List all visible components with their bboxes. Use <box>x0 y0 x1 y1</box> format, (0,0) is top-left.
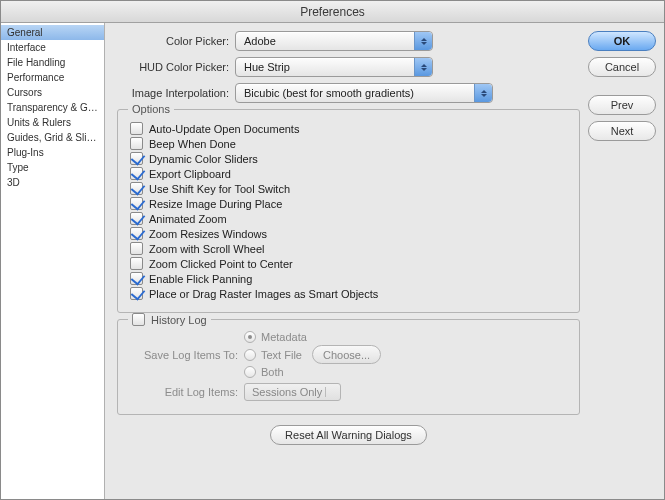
option-row: Animated Zoom <box>130 212 567 225</box>
option-label: Export Clipboard <box>149 168 231 180</box>
edit-log-value: Sessions Only <box>252 386 322 398</box>
save-log-row: Save Log Items To: MetadataText FileChoo… <box>136 329 567 380</box>
radio-label: Text File <box>261 349 302 361</box>
sidebar-item-guides-grid-slices[interactable]: Guides, Grid & Slices <box>1 130 104 145</box>
sidebar-item-file-handling[interactable]: File Handling <box>1 55 104 70</box>
sidebar-item-transparency-gamut[interactable]: Transparency & Gamut <box>1 100 104 115</box>
ok-button[interactable]: OK <box>588 31 656 51</box>
hud-picker-select[interactable]: Hue Strip <box>235 57 433 77</box>
window-title: Preferences <box>1 1 664 23</box>
sidebar-item-3d[interactable]: 3D <box>1 175 104 190</box>
history-inner: Save Log Items To: MetadataText FileChoo… <box>130 329 567 401</box>
option-checkbox[interactable] <box>130 122 143 135</box>
prev-button[interactable]: Prev <box>588 95 656 115</box>
color-picker-select[interactable]: Adobe <box>235 31 433 51</box>
option-label: Enable Flick Panning <box>149 273 252 285</box>
edit-log-label: Edit Log Items: <box>136 386 244 398</box>
option-checkbox[interactable] <box>130 257 143 270</box>
reset-row: Reset All Warning Dialogs <box>117 425 580 445</box>
preferences-window: Preferences GeneralInterfaceFile Handlin… <box>0 0 665 500</box>
window-body: GeneralInterfaceFile HandlingPerformance… <box>1 23 664 499</box>
sidebar-item-type[interactable]: Type <box>1 160 104 175</box>
sidebar-item-performance[interactable]: Performance <box>1 70 104 85</box>
color-picker-value: Adobe <box>244 35 276 47</box>
dropdown-arrows-icon <box>414 32 432 50</box>
choose-button[interactable]: Choose... <box>312 345 381 364</box>
history-log-checkbox[interactable] <box>132 313 145 326</box>
options-legend: Options <box>128 103 174 115</box>
sidebar-item-units-rulers[interactable]: Units & Rulers <box>1 115 104 130</box>
history-log-label: History Log <box>151 314 207 326</box>
option-label: Dynamic Color Sliders <box>149 153 258 165</box>
option-checkbox[interactable] <box>130 152 143 165</box>
option-checkbox[interactable] <box>130 197 143 210</box>
option-row: Resize Image During Place <box>130 197 567 210</box>
hud-picker-label: HUD Color Picker: <box>117 61 235 73</box>
hud-picker-value: Hue Strip <box>244 61 290 73</box>
option-row: Enable Flick Panning <box>130 272 567 285</box>
option-label: Place or Drag Raster Images as Smart Obj… <box>149 288 378 300</box>
dropdown-arrows-icon <box>474 84 492 102</box>
options-list: Auto-Update Open DocumentsBeep When Done… <box>130 122 567 300</box>
interpolation-select[interactable]: Bicubic (best for smooth gradients) <box>235 83 493 103</box>
radio-group: MetadataText FileChoose...Both <box>244 329 381 380</box>
interpolation-label: Image Interpolation: <box>117 87 235 99</box>
sidebar-item-general[interactable]: General <box>1 25 104 40</box>
radio-row: Text FileChoose... <box>244 345 381 364</box>
option-row: Zoom Resizes Windows <box>130 227 567 240</box>
settings-column: Color Picker: Adobe HUD Color Picker: Hu… <box>117 31 580 491</box>
option-row: Dynamic Color Sliders <box>130 152 567 165</box>
option-row: Zoom Clicked Point to Center <box>130 257 567 270</box>
option-checkbox[interactable] <box>130 182 143 195</box>
sidebar: GeneralInterfaceFile HandlingPerformance… <box>1 23 105 499</box>
radio-text-file[interactable] <box>244 349 256 361</box>
option-row: Place or Drag Raster Images as Smart Obj… <box>130 287 567 300</box>
option-label: Animated Zoom <box>149 213 227 225</box>
history-fieldset: History Log Save Log Items To: MetadataT… <box>117 319 580 415</box>
hud-picker-row: HUD Color Picker: Hue Strip <box>117 57 580 77</box>
edit-log-select[interactable]: Sessions Only <box>244 383 341 401</box>
color-picker-row: Color Picker: Adobe <box>117 31 580 51</box>
save-log-label: Save Log Items To: <box>136 349 244 361</box>
color-picker-label: Color Picker: <box>117 35 235 47</box>
option-row: Zoom with Scroll Wheel <box>130 242 567 255</box>
option-label: Use Shift Key for Tool Switch <box>149 183 290 195</box>
sidebar-item-interface[interactable]: Interface <box>1 40 104 55</box>
option-row: Auto-Update Open Documents <box>130 122 567 135</box>
interpolation-row: Image Interpolation: Bicubic (best for s… <box>117 83 580 103</box>
reset-warnings-button[interactable]: Reset All Warning Dialogs <box>270 425 427 445</box>
option-row: Export Clipboard <box>130 167 567 180</box>
cancel-button[interactable]: Cancel <box>588 57 656 77</box>
radio-label: Both <box>261 366 284 378</box>
dropdown-arrows-icon <box>414 58 432 76</box>
radio-metadata[interactable] <box>244 331 256 343</box>
option-checkbox[interactable] <box>130 272 143 285</box>
interpolation-value: Bicubic (best for smooth gradients) <box>244 87 414 99</box>
sidebar-item-plug-ins[interactable]: Plug-Ins <box>1 145 104 160</box>
option-checkbox[interactable] <box>130 212 143 225</box>
option-row: Use Shift Key for Tool Switch <box>130 182 567 195</box>
radio-both[interactable] <box>244 366 256 378</box>
option-label: Zoom Clicked Point to Center <box>149 258 293 270</box>
radio-row: Metadata <box>244 331 381 343</box>
option-checkbox[interactable] <box>130 227 143 240</box>
option-checkbox[interactable] <box>130 287 143 300</box>
option-label: Zoom Resizes Windows <box>149 228 267 240</box>
option-checkbox[interactable] <box>130 242 143 255</box>
option-label: Auto-Update Open Documents <box>149 123 299 135</box>
radio-label: Metadata <box>261 331 307 343</box>
option-checkbox[interactable] <box>130 167 143 180</box>
button-column: OK Cancel Prev Next <box>580 31 656 491</box>
history-legend: History Log <box>128 313 211 326</box>
option-label: Zoom with Scroll Wheel <box>149 243 265 255</box>
sidebar-item-cursors[interactable]: Cursors <box>1 85 104 100</box>
radio-row: Both <box>244 366 381 378</box>
options-fieldset: Options Auto-Update Open DocumentsBeep W… <box>117 109 580 313</box>
edit-log-row: Edit Log Items: Sessions Only <box>136 383 567 401</box>
option-label: Resize Image During Place <box>149 198 282 210</box>
main-panel: Color Picker: Adobe HUD Color Picker: Hu… <box>105 23 664 499</box>
option-row: Beep When Done <box>130 137 567 150</box>
option-checkbox[interactable] <box>130 137 143 150</box>
next-button[interactable]: Next <box>588 121 656 141</box>
option-label: Beep When Done <box>149 138 236 150</box>
